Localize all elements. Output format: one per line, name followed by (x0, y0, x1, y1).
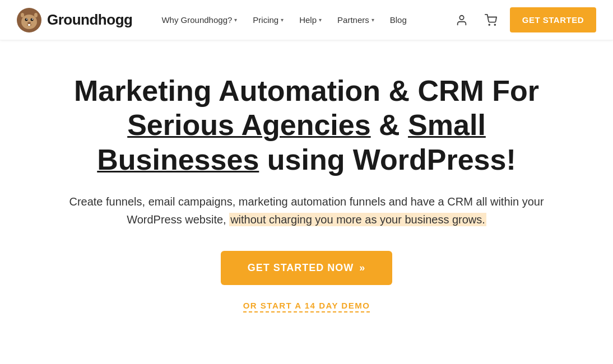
hero-cta-primary-label: GET STARTED NOW (248, 262, 354, 274)
hero-title: Marketing Automation & CRM For Serious A… (45, 74, 568, 177)
brand-name: Groundhogg (47, 11, 132, 29)
nav-label-blog: Blog (390, 15, 407, 25)
hero-section: Marketing Automation & CRM For Serious A… (0, 40, 613, 340)
logo-icon (17, 8, 41, 32)
nav-links: Why Groundhogg? ▾ Pricing ▾ Help ▾ Partn… (155, 11, 451, 29)
svg-point-13 (489, 24, 490, 25)
navbar: Groundhogg Why Groundhogg? ▾ Pricing ▾ H… (0, 0, 613, 40)
nav-item-blog[interactable]: Blog (383, 11, 414, 29)
svg-point-6 (25, 18, 28, 21)
nav-item-why[interactable]: Why Groundhogg? ▾ (155, 11, 244, 29)
hero-cta-primary-button[interactable]: GET STARTED NOW » (221, 251, 393, 285)
hero-subtitle: Create funnels, email campaigns, marketi… (66, 193, 547, 228)
nav-icons (452, 10, 501, 30)
cart-icon[interactable] (481, 10, 501, 30)
hero-title-plain: Marketing Automation & CRM For (74, 74, 539, 107)
chevron-down-icon: ▾ (371, 17, 374, 23)
nav-label-why: Why Groundhogg? (161, 15, 232, 25)
chevron-down-icon: ▾ (319, 17, 322, 23)
hero-title-underline1: Serious Agencies (127, 109, 370, 141)
hero-cta-secondary-link[interactable]: OR START A 14 DAY DEMO (243, 301, 370, 312)
nav-item-pricing[interactable]: Pricing ▾ (246, 11, 290, 29)
hero-subtitle-highlight: without charging you more as your busine… (229, 213, 486, 226)
navbar-cta-button[interactable]: GET STARTED (510, 7, 596, 32)
hero-cta-arrows: » (359, 262, 365, 274)
nav-label-partners: Partners (337, 15, 369, 25)
nav-item-partners[interactable]: Partners ▾ (331, 11, 381, 29)
chevron-down-icon: ▾ (281, 17, 284, 23)
svg-point-4 (34, 13, 38, 17)
logo-link[interactable]: Groundhogg (17, 8, 132, 32)
svg-point-12 (459, 15, 463, 19)
account-icon[interactable] (452, 10, 472, 30)
hero-title-end: using WordPress! (259, 143, 516, 176)
svg-point-14 (494, 24, 495, 25)
nav-label-pricing: Pricing (253, 15, 278, 25)
svg-rect-11 (28, 24, 30, 26)
svg-point-9 (32, 18, 33, 20)
svg-point-3 (21, 13, 24, 17)
hero-title-mid: & (371, 109, 408, 141)
svg-point-10 (27, 22, 31, 24)
chevron-down-icon: ▾ (234, 17, 237, 23)
svg-point-7 (31, 18, 34, 21)
nav-item-help[interactable]: Help ▾ (292, 11, 328, 29)
svg-point-8 (26, 18, 27, 20)
nav-label-help: Help (299, 15, 317, 25)
